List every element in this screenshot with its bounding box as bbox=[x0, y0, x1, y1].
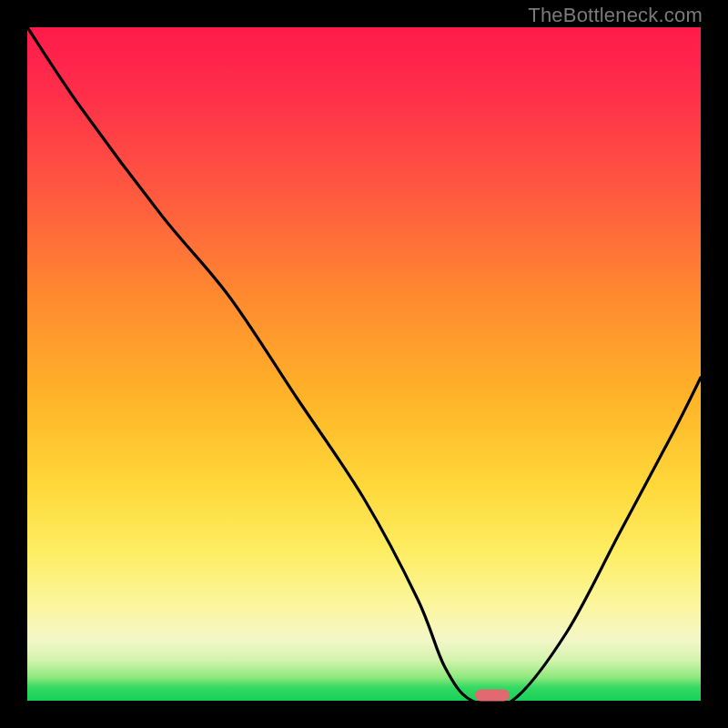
chart-frame: TheBottleneck.com bbox=[0, 0, 728, 728]
optimum-marker bbox=[475, 690, 510, 702]
curve-path bbox=[27, 27, 701, 707]
watermark-text: TheBottleneck.com bbox=[528, 4, 703, 27]
bottleneck-curve bbox=[27, 27, 701, 701]
